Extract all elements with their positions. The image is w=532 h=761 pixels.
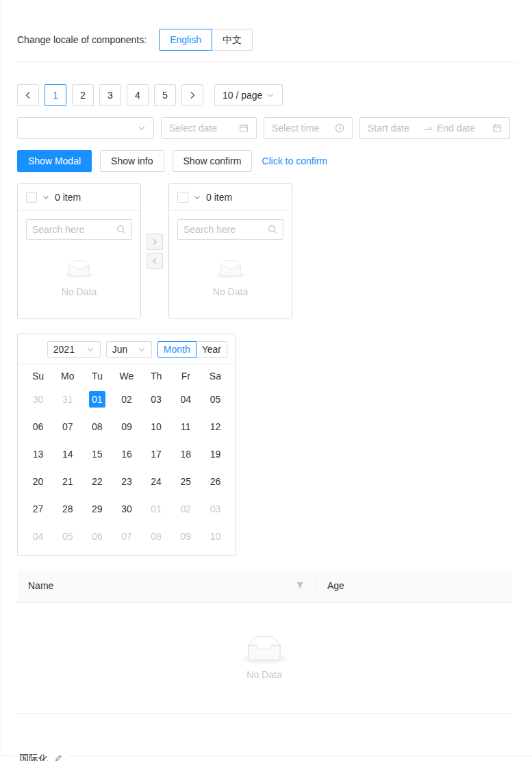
empty-text: No Data (62, 286, 97, 297)
date-picker[interactable] (161, 117, 257, 139)
search-input[interactable] (183, 224, 268, 235)
calendar-date[interactable]: 20 (23, 468, 53, 495)
empty-box-icon (242, 636, 286, 664)
calendar-date[interactable]: 05 (53, 523, 82, 550)
calendar-date[interactable]: 07 (53, 413, 82, 440)
calendar-date[interactable]: 29 (82, 495, 112, 523)
calendar-date[interactable]: 25 (171, 468, 201, 495)
calendar-date[interactable]: 24 (142, 468, 171, 495)
date-picker-input[interactable] (169, 123, 239, 134)
locale-row: Change locale of components: English 中文 (17, 29, 516, 51)
calendar-date[interactable]: 02 (171, 495, 201, 523)
chevron-down-icon[interactable] (42, 194, 49, 201)
calendar-date-selected[interactable]: 01 (82, 386, 112, 413)
pagination-page-2[interactable]: 2 (72, 84, 94, 106)
click-to-confirm-link[interactable]: Click to confirm (262, 155, 327, 166)
demo-title-text: 国际化 (19, 753, 48, 761)
calendar-date[interactable]: 11 (171, 413, 201, 440)
clock-icon (335, 123, 344, 133)
transfer-to-left-button[interactable] (147, 253, 163, 269)
calendar-date[interactable]: 26 (201, 468, 230, 495)
radio-chinese[interactable]: 中文 (212, 29, 253, 51)
calendar-mode-month[interactable]: Month (157, 341, 197, 358)
chevron-down-icon (138, 124, 146, 132)
calendar-date[interactable]: 27 (23, 495, 53, 523)
show-modal-button[interactable]: Show Modal (17, 150, 92, 172)
calendar-date[interactable]: 02 (112, 386, 141, 413)
pagination-page-4[interactable]: 4 (127, 84, 149, 106)
calendar-year-select[interactable]: 2021 (47, 341, 101, 358)
calendar-date[interactable]: 10 (142, 413, 171, 440)
transfer-to-right-button[interactable] (147, 234, 163, 250)
range-start-placeholder[interactable]: Start date (368, 123, 419, 134)
calendar-date[interactable]: 08 (142, 523, 171, 550)
calendar-date[interactable]: 30 (23, 386, 53, 413)
chevron-down-icon[interactable] (194, 194, 201, 201)
time-picker[interactable] (264, 117, 353, 139)
calendar-date[interactable]: 22 (82, 468, 112, 495)
transfer-source-header: 0 item (18, 184, 140, 211)
search-input[interactable] (32, 224, 116, 235)
calendar-date[interactable]: 18 (171, 440, 201, 468)
calendar-date[interactable]: 03 (201, 495, 230, 523)
pagination-next-button[interactable] (181, 84, 203, 106)
pagination-page-1[interactable]: 1 (45, 84, 66, 106)
weekday-label: Su (23, 366, 53, 386)
calendar-date[interactable]: 06 (23, 413, 53, 440)
calendar-date[interactable]: 08 (82, 413, 112, 440)
calendar-date[interactable]: 05 (201, 386, 230, 413)
pickers-row: Start date End date (17, 117, 516, 139)
pagination-page-5[interactable]: 5 (154, 84, 176, 106)
calendar-date[interactable]: 13 (23, 440, 53, 468)
empty-box-icon (216, 260, 244, 278)
calendar-date[interactable]: 16 (112, 440, 141, 468)
range-picker[interactable]: Start date End date (359, 117, 510, 139)
range-end-placeholder[interactable]: End date (437, 123, 488, 134)
calendar-date[interactable]: 14 (53, 440, 82, 468)
show-info-button[interactable]: Show info (100, 150, 164, 172)
demo-box-left-border (1, 0, 2, 756)
calendar-week-row: 06 07 08 09 10 11 12 (23, 413, 230, 440)
calendar-month-select[interactable]: Jun (106, 341, 152, 358)
page-size-select[interactable]: 10 / page (214, 84, 283, 106)
calendar-month-value: Jun (112, 344, 128, 355)
calendar-mode-year[interactable]: Year (197, 341, 227, 358)
radio-english[interactable]: English (159, 29, 212, 51)
search-icon (116, 225, 126, 234)
transfer-target-empty: No Data (169, 260, 292, 297)
transfer-source-panel: 0 item No Data (17, 183, 141, 319)
select-all-checkbox[interactable] (177, 192, 188, 203)
calendar-date[interactable]: 10 (201, 523, 230, 550)
calendar-date[interactable]: 19 (201, 440, 230, 468)
calendar-date[interactable]: 07 (112, 523, 141, 550)
calendar-date[interactable]: 28 (53, 495, 82, 523)
edit-icon[interactable] (53, 754, 63, 761)
calendar-date[interactable]: 06 (82, 523, 112, 550)
calendar-date[interactable]: 12 (201, 413, 230, 440)
chevron-right-icon (151, 238, 158, 245)
calendar-date[interactable]: 04 (171, 386, 201, 413)
calendar-date[interactable]: 21 (53, 468, 82, 495)
transfer-target-header: 0 item (169, 184, 292, 211)
time-picker-input[interactable] (272, 123, 335, 134)
calendar-date[interactable]: 17 (142, 440, 171, 468)
select-all-checkbox[interactable] (26, 192, 37, 203)
page-size-value: 10 / page (223, 90, 262, 101)
calendar-date[interactable]: 04 (23, 523, 53, 550)
calendar-date[interactable]: 09 (112, 413, 141, 440)
locale-demo-content: Change locale of components: English 中文 … (0, 29, 532, 714)
show-confirm-button[interactable]: Show confirm (173, 150, 253, 172)
filter-icon[interactable] (294, 580, 305, 591)
transfer-target-search[interactable] (177, 219, 283, 240)
calendar-date[interactable]: 23 (112, 468, 141, 495)
pagination-page-3[interactable]: 3 (99, 84, 121, 106)
transfer-source-search[interactable] (26, 219, 132, 240)
calendar-date[interactable]: 30 (112, 495, 141, 523)
empty-select[interactable] (17, 117, 154, 139)
calendar-date[interactable]: 03 (142, 386, 171, 413)
calendar-date[interactable]: 01 (142, 495, 171, 523)
pagination-prev-button[interactable] (17, 84, 39, 106)
calendar-date[interactable]: 31 (53, 386, 82, 413)
calendar-date[interactable]: 15 (82, 440, 112, 468)
calendar-date[interactable]: 09 (171, 523, 201, 550)
